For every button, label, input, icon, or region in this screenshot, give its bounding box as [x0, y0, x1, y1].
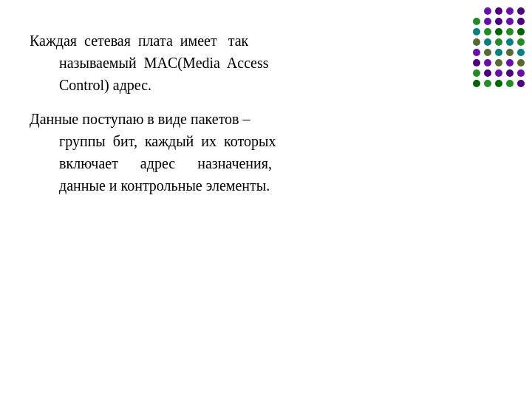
paragraph-1: Каждая сетевая плата имеет так называемы…: [30, 30, 443, 96]
paragraph-2: Данные поступаю в виде пакетов – группы …: [30, 108, 443, 197]
paragraph-2-line2: группы бит, каждый их которых: [30, 130, 443, 152]
paragraph-2-line4: данные и контрольные элементы.: [30, 174, 443, 197]
main-content: Каждая сетевая плата имеет так называемы…: [30, 30, 443, 369]
dots-decoration: [458, 7, 525, 96]
paragraph-1-line2: называемый MAC(Media Access: [30, 52, 443, 74]
paragraph-2-line3: включает адрес назначения,: [30, 152, 443, 174]
paragraph-1-line3: Control) адрес.: [30, 74, 443, 96]
paragraph-1-text: Каждая сетевая плата имеет так называемы…: [30, 33, 443, 96]
paragraph-2-text: Данные поступаю в виде пакетов – группы …: [30, 111, 443, 197]
